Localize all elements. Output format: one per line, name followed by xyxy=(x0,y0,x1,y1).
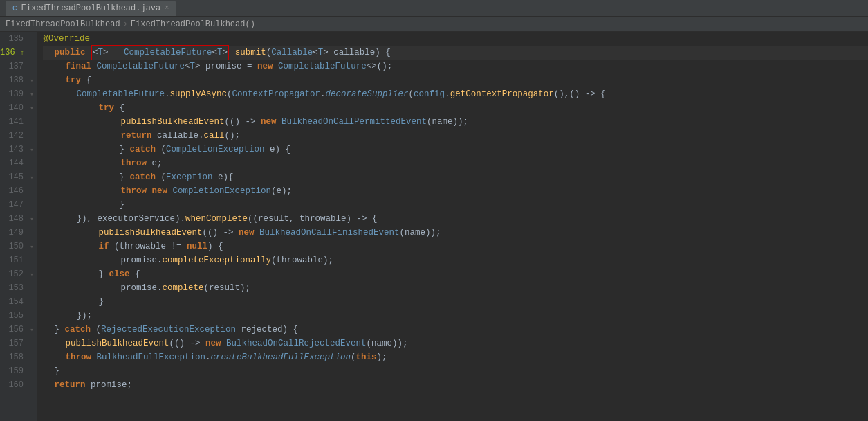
fold-139[interactable]: ▾ xyxy=(28,91,36,98)
fold-150[interactable]: ▾ xyxy=(28,243,36,251)
editor-tab[interactable]: C FixedThreadPoolBulkhead.java × xyxy=(6,1,176,16)
code-line-156: } catch (RejectedExecutionException reje… xyxy=(43,323,868,337)
fold-143[interactable]: ▾ xyxy=(28,146,36,154)
code-area: 135 136 ↑ 137 138 ▾ 139 ▾ 140 ▾ 141 xyxy=(0,32,868,421)
type-completablefuture-137: CompletableFuture xyxy=(96,60,185,73)
method-completeexceptionally-151: completeExceptionally xyxy=(162,253,271,267)
method-complete-153: complete xyxy=(162,281,203,295)
code-line-144: throw e; xyxy=(43,156,868,170)
code-line-137: final CompletableFuture<T> promise = new… xyxy=(43,60,868,73)
line-num-150: 150 xyxy=(0,240,28,253)
line-num-153: 153 xyxy=(0,281,28,295)
line-row-146: 146 xyxy=(0,184,37,198)
title-bar: C FixedThreadPoolBulkhead.java × xyxy=(0,0,868,17)
kw-throw-158: throw xyxy=(65,350,91,364)
fold-145[interactable]: ▾ xyxy=(28,174,36,181)
paren-close-136: ) xyxy=(375,46,380,60)
close-icon[interactable]: × xyxy=(165,4,169,12)
breadcrumb-part1[interactable]: FixedThreadPoolBulkhead xyxy=(6,19,120,29)
line-row-153: 153 xyxy=(0,281,37,295)
var-executor-148: executorService xyxy=(97,212,175,226)
code-line-155: }); xyxy=(43,309,868,323)
type-T-136c: T xyxy=(318,46,324,60)
breadcrumb-part2[interactable]: FixedThreadPoolBulkhead() xyxy=(131,19,255,29)
code-line-136: public <T> CompletableFuture<T> submit(C… xyxy=(43,46,868,60)
kw-return-142: return xyxy=(120,129,151,143)
line-row-156: 156 ▾ xyxy=(0,323,37,337)
line-row-160: 160 xyxy=(0,378,37,392)
line-num-146: 146 xyxy=(0,184,28,198)
line-row-147: 147 xyxy=(0,198,37,212)
line-row-152: 152 ▾ xyxy=(0,267,37,281)
line-num-157: 157 xyxy=(0,337,28,350)
line-num-160: 160 xyxy=(0,378,28,392)
code-line-140: try { xyxy=(43,101,868,115)
line-row-148: 148 ▾ xyxy=(0,212,37,226)
space-136b xyxy=(113,48,119,57)
line-row-136: 136 ↑ xyxy=(0,46,37,60)
code-line-153: promise.complete(result); xyxy=(43,281,868,295)
line-numbers-panel: 135 136 ↑ 137 138 ▾ 139 ▾ 140 ▾ 141 xyxy=(0,32,37,421)
line-row-135: 135 xyxy=(0,32,37,46)
type-contextprop-139: ContextPropagator xyxy=(232,87,321,101)
line-row-155: 155 xyxy=(0,309,37,323)
code-line-143: } catch (CompletionException e) { xyxy=(43,143,868,156)
code-line-152: } else { xyxy=(43,267,868,281)
param-rejected-156: rejected xyxy=(241,323,283,337)
line-num-156: 156 xyxy=(0,323,28,337)
line-num-152: 152 xyxy=(0,267,28,281)
brace-open-136: { xyxy=(380,46,391,60)
sp-143 xyxy=(124,143,130,156)
code-line-148: }), executorService).whenComplete((resul… xyxy=(43,212,868,226)
code-line-150: if (throwable != null) { xyxy=(43,240,868,253)
line-row-144: 144 xyxy=(0,156,37,170)
fold-148[interactable]: ▾ xyxy=(28,215,36,223)
type-event-157: BulkheadOnCallRejectedEvent xyxy=(226,337,367,350)
line-row-159: 159 xyxy=(0,364,37,378)
line-row-140: 140 ▾ xyxy=(0,101,37,115)
line-num-158: 158 xyxy=(0,350,28,364)
fold-140[interactable]: ▾ xyxy=(28,105,36,112)
line-row-145: 145 ▾ xyxy=(0,170,37,184)
tab-file-icon: C xyxy=(12,4,17,12)
line-num-149: 149 xyxy=(0,226,28,240)
method-publish-157: publishBulkheadEvent xyxy=(65,337,169,350)
line-row-142: 142 xyxy=(0,129,37,143)
code-line-141: publishBulkheadEvent(() -> new BulkheadO… xyxy=(43,115,868,129)
code-line-154: } xyxy=(43,295,868,309)
method-supplyasync-139: supplyAsync xyxy=(169,87,227,101)
method-createbulkhead-158: createBulkheadFullException xyxy=(211,350,351,364)
sp-137c: = xyxy=(242,60,258,73)
line-row-143: 143 ▾ xyxy=(0,143,37,156)
line-num-137: 137 xyxy=(0,60,28,73)
type-T-136b: T xyxy=(217,48,223,57)
var-promise-153: promise xyxy=(120,281,157,295)
type-event-149: BulkheadOnCallFinishedEvent xyxy=(259,226,400,240)
kw-new-157: new xyxy=(205,337,221,350)
fold-138[interactable]: ▾ xyxy=(28,77,36,84)
line-row-154: 154 xyxy=(0,295,37,309)
kw-try-138: try xyxy=(65,73,81,87)
code-line-142: return callable.call(); xyxy=(43,129,868,143)
line-num-141: 141 xyxy=(0,115,28,129)
code-content[interactable]: @Override public <T> CompletableFuture<T… xyxy=(37,32,868,421)
code-line-151: promise.completeExceptionally(throwable)… xyxy=(43,253,868,267)
sp-137d xyxy=(273,60,279,73)
code-line-149: publishBulkheadEvent(() -> new BulkheadO… xyxy=(43,226,868,240)
sp-137a xyxy=(91,60,97,73)
code-line-138: try { xyxy=(43,73,868,87)
line-num-142: 142 xyxy=(0,129,28,143)
fold-152[interactable]: ▾ xyxy=(28,271,36,278)
line-row-138: 138 ▾ xyxy=(0,73,37,87)
fold-156[interactable]: ▾ xyxy=(28,326,36,334)
param-callable-136: callable xyxy=(333,46,375,60)
line-row-137: 137 xyxy=(0,60,37,73)
method-submit-136: submit xyxy=(235,46,266,60)
type-completionex-146: CompletionException xyxy=(172,184,271,198)
space-136c xyxy=(230,46,235,60)
line-num-138: 138 xyxy=(0,73,28,87)
method-publish-141: publishBulkheadEvent xyxy=(120,115,224,129)
space-136a xyxy=(85,46,91,60)
breadcrumb-separator: › xyxy=(123,19,128,29)
method-publish-149: publishBulkheadEvent xyxy=(98,226,202,240)
